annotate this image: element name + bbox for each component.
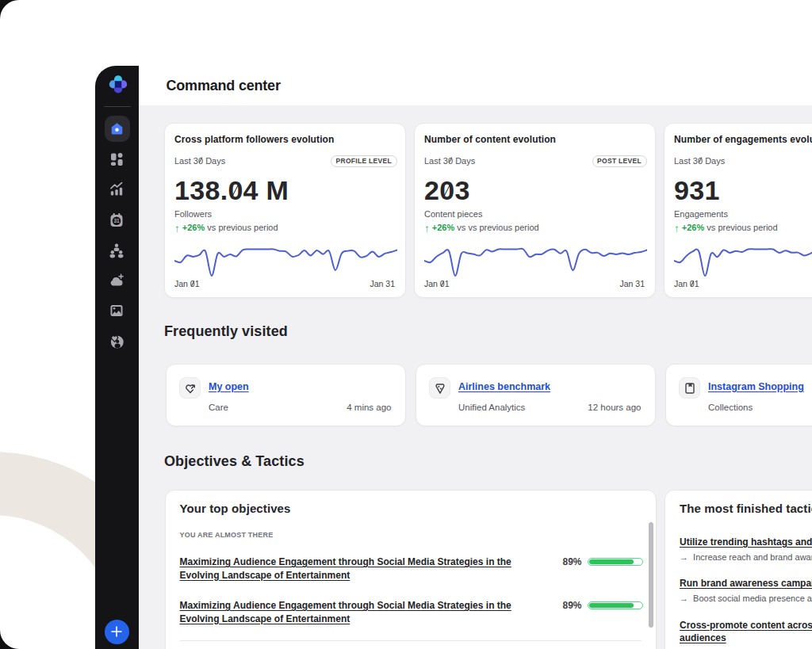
svg-text:31: 31 (114, 218, 121, 223)
